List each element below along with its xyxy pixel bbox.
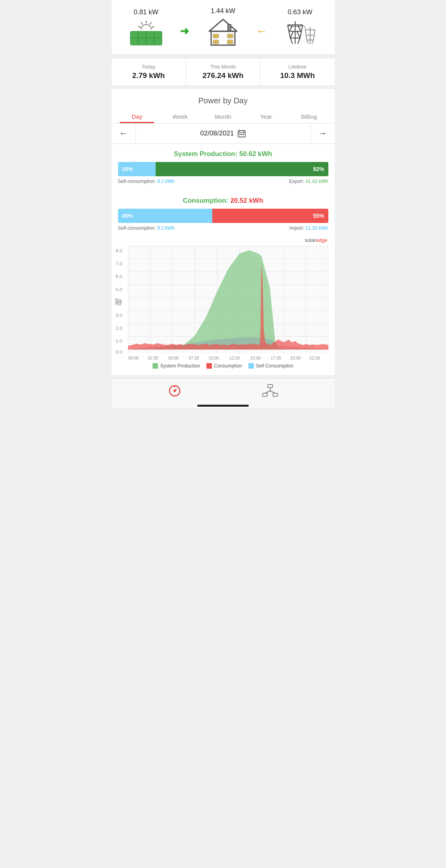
- date-next-button[interactable]: →: [311, 124, 335, 143]
- legend-dot-self: [248, 363, 254, 369]
- svg-line-44: [312, 40, 314, 43]
- svg-line-101: [265, 391, 270, 393]
- production-export-bar: 82%: [156, 162, 328, 176]
- stats-row: Today 2.79 kWh This Month 276.24 kWh Lif…: [112, 58, 335, 86]
- power-grid-icon: [282, 19, 318, 46]
- svg-line-3: [141, 22, 143, 25]
- consumption-section: Consumption: 20.52 kWh 45% 55% Self-cons…: [112, 190, 335, 231]
- svg-text:20:00: 20:00: [290, 356, 300, 360]
- production-title-text: System Production:: [174, 150, 239, 158]
- consumption-import-bar: 55%: [212, 209, 328, 223]
- production-self-bar: 18%: [118, 162, 156, 176]
- svg-rect-99: [273, 393, 278, 396]
- production-self-val: 9.2 kWh: [157, 179, 175, 184]
- svg-rect-51: [243, 134, 244, 135]
- tab-day[interactable]: Day: [116, 109, 159, 123]
- svg-line-35: [290, 31, 294, 38]
- consumption-import-val: 11.32 kWh: [305, 225, 328, 231]
- legend-label-self: Self Consumption: [256, 363, 294, 369]
- home-indicator: [112, 402, 335, 408]
- svg-line-42: [307, 40, 309, 43]
- date-nav: ← 02/08/2021 →: [112, 124, 335, 144]
- stat-today-label: Today: [142, 64, 156, 70]
- consumption-self-pct: 45%: [122, 213, 133, 219]
- svg-rect-50: [241, 134, 242, 135]
- svg-line-32: [298, 38, 300, 44]
- chart-title: Power by Day: [112, 89, 335, 109]
- tab-billing[interactable]: Billing: [288, 109, 331, 123]
- svg-text:10:00: 10:00: [208, 356, 219, 360]
- production-export-label: Export: 41.42 kWh: [289, 179, 328, 184]
- svg-rect-98: [263, 393, 267, 396]
- home-bar: [197, 405, 249, 407]
- svg-rect-11: [228, 25, 231, 31]
- solar-kw: 0.81 kW: [133, 8, 158, 16]
- bottom-nav: [112, 378, 335, 402]
- grid-node: 0.63 kW: [269, 8, 330, 46]
- calendar-icon[interactable]: [237, 129, 246, 138]
- production-export-pct: 82%: [313, 166, 324, 172]
- svg-text:5.0: 5.0: [116, 287, 122, 292]
- nav-network[interactable]: [262, 384, 278, 398]
- svg-text:17:30: 17:30: [271, 356, 281, 360]
- svg-line-30: [290, 38, 293, 44]
- svg-text:22:30: 22:30: [309, 356, 320, 360]
- consumption-title-text: Consumption:: [183, 197, 230, 204]
- svg-text:00:00: 00:00: [128, 356, 138, 360]
- svg-line-4: [138, 27, 141, 27]
- svg-rect-97: [268, 385, 273, 388]
- legend-label-production: System Production: [160, 363, 200, 369]
- legend-dot-consumption: [206, 363, 212, 369]
- tab-year[interactable]: Year: [244, 109, 288, 123]
- consumption-bar-labels: Self-consumption: 9.2 kWh Import: 11.32 …: [118, 225, 328, 231]
- chart-area: solaredge 8.0 7.0 6.0 5.0 4.0 3.0 2.0 1.…: [112, 237, 335, 369]
- production-bar-labels: Self-consumption: 9.2 kWh Export: 41.42 …: [118, 179, 328, 184]
- date-prev-button[interactable]: ←: [112, 124, 135, 143]
- stat-today: Today 2.79 kWh: [112, 58, 186, 86]
- stat-this-month: This Month 276.24 kWh: [186, 58, 261, 86]
- production-self-label: Self-consumption: 9.2 kWh: [118, 179, 175, 184]
- production-export-val: 41.42 kWh: [305, 179, 328, 184]
- svg-text:2.0: 2.0: [116, 326, 122, 331]
- consumption-value: 20.52 kWh: [230, 197, 263, 204]
- consumption-self-val: 9.2 kWh: [157, 225, 175, 231]
- legend-label-consumption: Consumption: [214, 363, 242, 369]
- consumption-title: Consumption: 20.52 kWh: [118, 197, 328, 205]
- solar-panel-icon: [128, 19, 164, 46]
- svg-text:1.0: 1.0: [116, 339, 122, 343]
- svg-text:02:30: 02:30: [148, 356, 158, 360]
- svg-line-36: [297, 31, 300, 38]
- network-icon: [262, 384, 278, 398]
- right-arrow-icon: ➜: [180, 25, 189, 38]
- stat-month-label: This Month: [210, 64, 236, 70]
- stat-lifetime-label: Lifetime: [288, 64, 307, 70]
- legend-consumption: Consumption: [206, 363, 242, 369]
- solar-node: 0.81 kW: [116, 8, 177, 46]
- power-chart: 8.0 7.0 6.0 5.0 4.0 3.0 2.0 1.0 0.0 kW: [115, 244, 332, 361]
- svg-text:0.0: 0.0: [116, 350, 122, 354]
- svg-rect-49: [239, 134, 240, 135]
- tab-week[interactable]: Week: [158, 109, 202, 123]
- chart-card: Power by Day Day Week Month Year Billing…: [112, 89, 335, 375]
- production-section: System Production: 50.62 kWh 18% 82% Sel…: [112, 144, 335, 184]
- production-value: 50.62 kWh: [239, 150, 272, 158]
- brand-solar: solar: [305, 237, 316, 243]
- left-arrow-icon: ←: [256, 25, 267, 38]
- svg-text:kW: kW: [117, 299, 122, 306]
- stat-lifetime: Lifetime 10.3 MWh: [261, 58, 335, 86]
- svg-line-1: [150, 22, 151, 25]
- svg-point-103: [269, 390, 271, 392]
- tab-month[interactable]: Month: [202, 109, 245, 123]
- svg-text:15:00: 15:00: [250, 356, 260, 360]
- consumption-import-label: Import: 11.32 kWh: [289, 225, 328, 231]
- arrow-to-house: ➜: [177, 17, 193, 38]
- date-display: 02/08/2021: [136, 124, 311, 143]
- grid-kw: 0.63 kW: [288, 8, 312, 16]
- nav-dashboard[interactable]: [168, 384, 181, 398]
- chart-svg-container: 8.0 7.0 6.0 5.0 4.0 3.0 2.0 1.0 0.0 kW: [115, 244, 332, 361]
- svg-text:3.0: 3.0: [116, 313, 122, 318]
- chart-tabs: Day Week Month Year Billing: [112, 109, 335, 124]
- stat-month-value: 276.24 kWh: [202, 71, 244, 80]
- house-kw: 1.44 kW: [211, 7, 235, 15]
- consumption-self-bar: 45%: [118, 209, 213, 223]
